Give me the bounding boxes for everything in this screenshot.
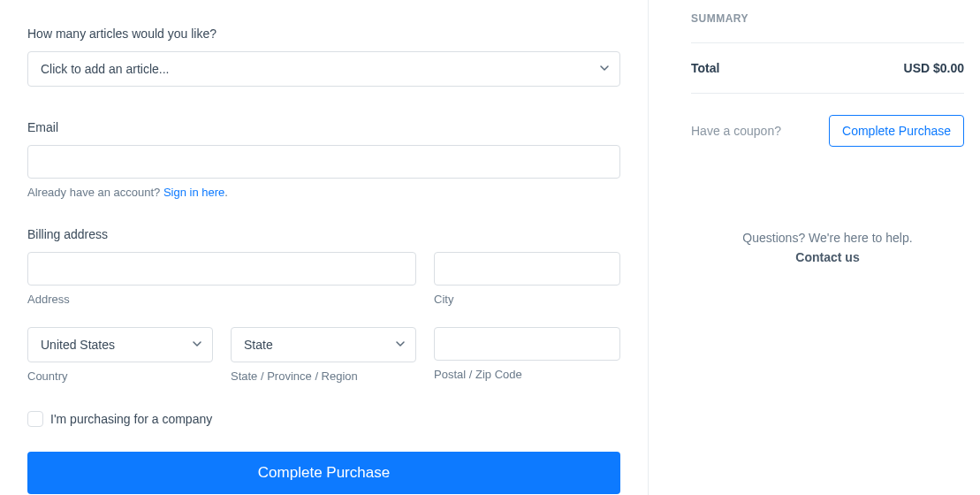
address-sublabel: Address (27, 293, 416, 306)
articles-label: How many articles would you like? (27, 27, 620, 41)
state-group: State State / Province / Region (231, 327, 416, 383)
sign-in-link[interactable]: Sign in here (163, 186, 224, 199)
postal-sublabel: Postal / Zip Code (434, 368, 620, 381)
country-select[interactable]: United States (27, 327, 213, 362)
email-label: Email (27, 120, 620, 134)
address-input[interactable] (27, 252, 416, 286)
coupon-row: Have a coupon? Complete Purchase (691, 115, 964, 147)
summary-title: SUMMARY (691, 12, 964, 43)
billing-row-1: Address City (27, 252, 620, 306)
total-label: Total (691, 61, 719, 75)
state-sublabel: State / Province / Region (231, 369, 416, 383)
articles-select[interactable]: Click to add an article... (27, 51, 620, 87)
city-group: City (434, 252, 620, 306)
complete-purchase-button[interactable]: Complete Purchase (27, 452, 620, 494)
email-input[interactable] (27, 145, 620, 179)
city-input[interactable] (434, 252, 620, 286)
contact-us-link[interactable]: Contact us (691, 250, 964, 264)
total-value: USD $0.00 (904, 61, 964, 75)
postal-group: Postal / Zip Code (434, 327, 620, 383)
address-group: Address (27, 252, 416, 306)
billing-row-2: United States Country State State / Prov… (27, 327, 620, 383)
summary-sidebar: SUMMARY Total USD $0.00 Have a coupon? C… (648, 0, 980, 495)
email-helper-prefix: Already have an account? (27, 186, 163, 199)
articles-group: How many articles would you like? Click … (27, 27, 620, 87)
coupon-link[interactable]: Have a coupon? (691, 124, 781, 138)
state-select[interactable]: State (231, 327, 416, 362)
country-select-wrapper: United States (27, 327, 213, 362)
state-select-wrapper: State (231, 327, 416, 362)
email-helper: Already have an account? Sign in here. (27, 186, 620, 199)
summary-total-row: Total USD $0.00 (691, 43, 964, 94)
country-group: United States Country (27, 327, 213, 383)
email-helper-suffix: . (224, 186, 228, 199)
articles-select-wrapper: Click to add an article... (27, 51, 620, 87)
complete-purchase-sidebar-button[interactable]: Complete Purchase (829, 115, 964, 147)
company-checkbox[interactable] (27, 411, 43, 427)
city-sublabel: City (434, 293, 620, 306)
help-question: Questions? We're here to help. (691, 231, 964, 245)
checkout-form: How many articles would you like? Click … (0, 0, 648, 495)
postal-input[interactable] (434, 327, 620, 361)
email-group: Email Already have an account? Sign in h… (27, 120, 620, 199)
help-footer: Questions? We're here to help. Contact u… (691, 231, 964, 264)
company-checkbox-row: I'm purchasing for a company (27, 411, 620, 427)
billing-label: Billing address (27, 227, 620, 241)
company-checkbox-label[interactable]: I'm purchasing for a company (50, 412, 212, 426)
country-sublabel: Country (27, 369, 213, 383)
